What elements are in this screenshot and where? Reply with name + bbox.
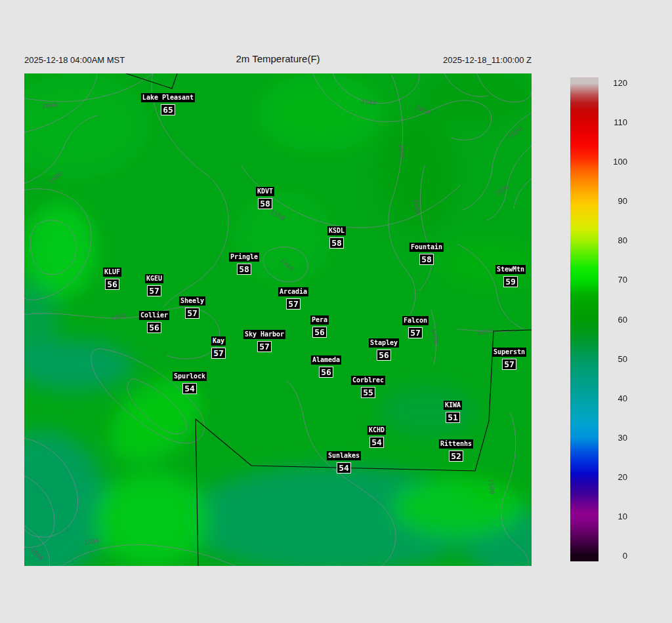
colorbar-tick-label: 0 — [598, 551, 627, 561]
colorbar-tick-label: 100 — [598, 157, 627, 167]
temperature-map — [24, 73, 532, 566]
weather-map-figure: 2025-12-18 04:00AM MST 2m Temperature(F)… — [0, 0, 672, 623]
colorbar-tick-label: 60 — [598, 315, 627, 325]
colorbar-tick-label: 110 — [598, 117, 627, 128]
colorbar-tick-label: 20 — [598, 472, 627, 483]
colorbar-tick-label: 80 — [598, 235, 627, 246]
colorbar-tick-label: 50 — [598, 354, 627, 365]
colorbar-gradient — [570, 77, 598, 561]
colorbar-tick-label: 40 — [598, 393, 627, 404]
colorbar-tick-label: 90 — [598, 196, 627, 207]
temperature-field-svg — [24, 73, 532, 566]
colorbar-tick-label: 10 — [598, 512, 627, 522]
colorbar-tick-label: 30 — [598, 433, 627, 443]
colorbar-tick-label: 70 — [598, 275, 627, 285]
valid-time-utc: 2025-12-18_11:00:00 Z — [24, 55, 532, 65]
colorbar-tick-label: 120 — [598, 78, 627, 89]
